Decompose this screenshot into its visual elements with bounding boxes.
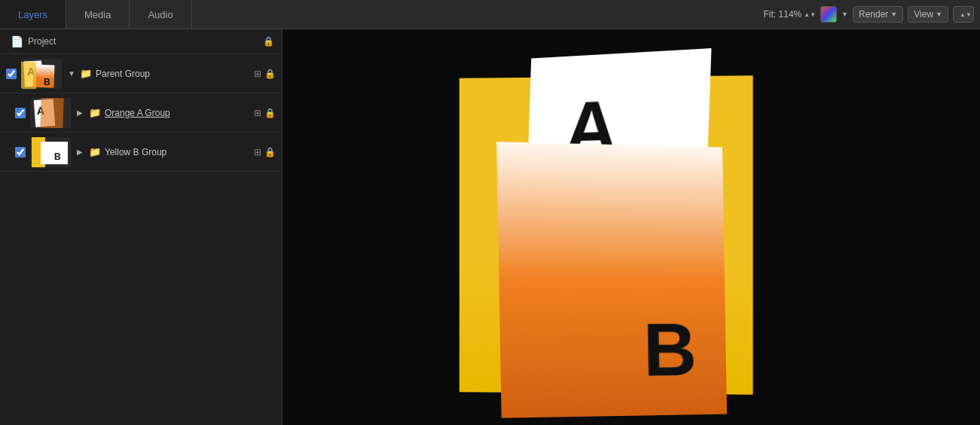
orange-a-stack-icon[interactable]: ⊞ [254,108,261,118]
project-lock-icon[interactable]: 🔒 [263,36,274,47]
canvas-area[interactable]: A B [282,29,980,425]
orange-a-checkbox[interactable] [15,108,26,118]
yellow-b-checkbox[interactable] [15,147,26,157]
tab-layers[interactable]: Layers [0,0,66,29]
layer-row-yellow-b: B ▶ 📁 Yellow B Group ⊞ 🔒 [0,133,282,172]
render-button[interactable]: Render ▼ [853,6,903,23]
orange-a-expand-icon[interactable]: ▶ [77,109,86,117]
project-row-icons: 🔒 [263,36,274,47]
project-folder-icon: 📄 [11,35,23,47]
orange-a-name: Orange A Group [105,108,254,118]
parent-group-stack-icon[interactable]: ⊞ [254,69,261,79]
parent-group-folder-icon: 📁 [80,68,92,79]
yellow-b-row-icons: ⊞ 🔒 [254,147,276,157]
fit-control[interactable]: Fit: 114% ▲▼ [764,9,817,20]
orange-a-thumb: A [30,98,71,128]
parent-group-name: Parent Group [96,69,254,79]
top-bar-right: Fit: 114% ▲▼ ▼ Render ▼ View ▼ ▲▼ [764,6,980,23]
orange-a-folder-icon: 📁 [89,107,101,118]
tab-group: Layers Media Audio [0,0,192,29]
fit-label: Fit: 114% [764,9,802,20]
svg-text:B: B [54,151,61,162]
render-chevron-icon: ▼ [890,11,897,18]
tab-audio[interactable]: Audio [130,0,191,29]
main-content: 📄 Project 🔒 A [0,29,980,425]
svg-text:B: B [44,77,50,87]
project-label: Project [28,36,263,47]
parent-group-thumb-svg: A B [21,59,62,89]
layout-button[interactable]: ▲▼ [953,6,974,23]
parent-group-checkbox[interactable] [6,69,17,79]
color-swatch[interactable] [820,6,837,23]
top-bar: Layers Media Audio Fit: 114% ▲▼ ▼ Render… [0,0,980,29]
parent-group-collapse-icon[interactable]: ▼ [68,69,77,78]
layer-row-parent-group: A B ▼ 📁 Parent Group [0,54,282,93]
color-chevron-icon[interactable]: ▼ [841,11,848,18]
parent-group-row-icons: ⊞ 🔒 [254,69,276,79]
layer-row-orange-a: A ▶ 📁 Orange A Group ⊞ 🔒 [0,93,282,133]
view-chevron-icon: ▼ [936,11,942,18]
letter-b-text: B [643,306,698,393]
yellow-b-lock-icon[interactable]: 🔒 [264,147,276,157]
tab-media[interactable]: Media [66,0,130,29]
orange-a-row-icons: ⊞ 🔒 [254,108,276,118]
fit-stepper[interactable]: ▲▼ [804,11,816,18]
orange-a-lock-icon[interactable]: 🔒 [264,108,276,118]
card-b: B [496,142,727,418]
svg-rect-6 [21,62,36,89]
yellow-b-folder-icon: 📁 [89,146,101,157]
yellow-b-thumb: B [30,137,71,167]
parent-group-lock-icon[interactable]: 🔒 [264,69,276,79]
yellow-b-stack-icon[interactable]: ⊞ [254,147,261,157]
yellow-b-expand-icon[interactable]: ▶ [77,148,86,156]
svg-rect-10 [40,98,63,128]
yellow-b-thumb-svg: B [30,137,71,167]
sidebar: 📄 Project 🔒 A [0,29,282,425]
project-row: 📄 Project 🔒 [0,29,282,54]
parent-group-thumb: A B [21,59,62,89]
layout-stepper[interactable]: ▲▼ [960,11,972,18]
yellow-b-name: Yellow B Group [105,147,254,157]
view-button[interactable]: View ▼ [908,6,948,23]
orange-a-thumb-svg: A [30,98,71,128]
composition: A B [458,54,804,401]
